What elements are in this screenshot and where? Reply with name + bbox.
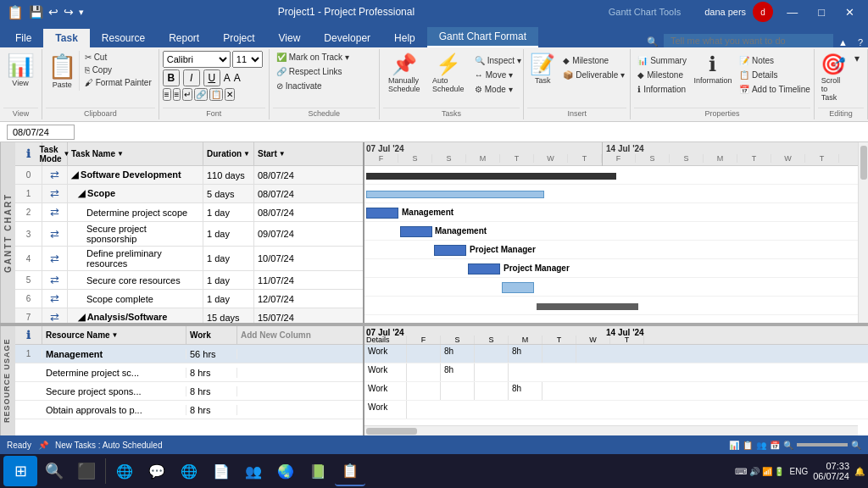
italic-btn[interactable]: I	[183, 69, 200, 86]
milestone-props-btn[interactable]: ◆ Milestone	[634, 69, 690, 81]
font-group-label: Font	[163, 108, 265, 118]
ribbon-help-btn[interactable]: ?	[853, 37, 868, 47]
deliverable-btn[interactable]: 📦 Deliverable ▾	[559, 69, 628, 81]
tab-developer[interactable]: Developer	[312, 29, 382, 47]
minimize-btn[interactable]: —	[780, 4, 804, 20]
mark-track-icon: ✅	[276, 53, 287, 62]
copy-link-btn[interactable]: 📋	[209, 88, 223, 101]
pdf-btn[interactable]: 📄	[206, 456, 236, 486]
table-row[interactable]: 4 ⇄ Define preliminary resources 1 day 1…	[15, 247, 363, 271]
list-item[interactable]: Secure project spons... 8 hrs	[15, 382, 363, 401]
info-label: Information	[693, 76, 732, 85]
gantt-vscroll-thumb[interactable]	[860, 146, 867, 180]
tab-file[interactable]: File	[3, 29, 43, 47]
tab-task[interactable]: Task	[43, 29, 89, 47]
team-view-icon[interactable]: 👥	[756, 441, 766, 450]
quick-redo[interactable]: ↪	[64, 5, 74, 19]
scroll-to-task-btn[interactable]: 🎯 Scrollto Task	[818, 51, 849, 103]
table-row[interactable]: 1 ⇄ ◢ Scope 5 days 08/07/24	[15, 185, 363, 203]
details-btn[interactable]: 📋 Details	[736, 69, 814, 81]
tab-resource[interactable]: Resource	[90, 29, 157, 47]
tab-help[interactable]: Help	[382, 29, 427, 47]
table-row[interactable]: 0 ⇄ ◢ Software Development 110 days 08/0…	[15, 166, 363, 185]
underline-btn[interactable]: U	[203, 69, 220, 86]
list-item[interactable]: 1 Management 56 hrs	[15, 345, 363, 363]
mark-on-track-btn[interactable]: ✅ Mark on Track ▾	[273, 51, 353, 64]
add-timeline-btn[interactable]: 📅 Add to Timeline	[736, 83, 814, 96]
highlight-btn[interactable]: A	[234, 72, 241, 84]
tab-gantt-format[interactable]: Gantt Chart Format	[427, 27, 538, 47]
notes-btn[interactable]: 📝 Notes	[736, 54, 814, 67]
ribbon-search-input[interactable]	[664, 34, 833, 47]
ribbon-collapse-btn[interactable]: ▲	[833, 37, 853, 47]
edge-btn[interactable]: 🌐	[109, 456, 140, 486]
font-size-select[interactable]: 11	[232, 51, 263, 68]
zoom-out-icon[interactable]: 🔍	[783, 441, 793, 450]
copy-btn[interactable]: ⎘ Copy	[81, 64, 155, 76]
inactivate-btn[interactable]: ⊘ Inactivate	[273, 80, 326, 92]
start-button[interactable]: ⊞	[3, 456, 37, 486]
milestone-insert-btn[interactable]: ◆ Milestone	[559, 54, 628, 67]
list-item[interactable]: Obtain approvals to p... 8 hrs	[15, 401, 363, 419]
auto-schedule-btn[interactable]: ⚡ AutoSchedule	[427, 51, 470, 95]
format-painter-btn[interactable]: 🖌 Format Painter	[81, 76, 155, 89]
task-btn[interactable]: 📝 Task	[527, 51, 558, 86]
move-btn[interactable]: ↔ Move ▾	[471, 69, 525, 81]
align-center-btn[interactable]: ≡	[173, 88, 181, 101]
teams-btn[interactable]: 👥	[238, 456, 269, 486]
tab-view[interactable]: View	[267, 29, 313, 47]
inspect-btn[interactable]: 🔍 Inspect ▾	[471, 54, 525, 67]
summary-btn[interactable]: 📊 Summary	[634, 54, 690, 67]
project-pro-btn[interactable]: 📋	[335, 456, 365, 486]
font-color-btn[interactable]: A	[224, 72, 231, 84]
whatsapp-btn[interactable]: 💬	[142, 456, 172, 486]
res-hscroll-thumb[interactable]	[366, 428, 417, 435]
link-btn[interactable]: 🔗	[194, 88, 208, 101]
gantt-vscroll[interactable]	[858, 142, 868, 323]
notification-icon[interactable]: 🔔	[854, 467, 865, 476]
wrap-btn[interactable]: ↵	[182, 88, 192, 101]
maximize-btn[interactable]: □	[811, 4, 832, 20]
info-btn-lg[interactable]: ℹ Information	[692, 51, 734, 86]
paste-btn[interactable]: 📋 Paste	[46, 51, 80, 91]
global-btn[interactable]: 🌏	[270, 456, 301, 486]
zoom-in-icon[interactable]: 🔍	[851, 441, 861, 450]
editing-more-btn[interactable]: ▾	[850, 51, 864, 66]
res-row-name: Obtain approvals to p...	[42, 405, 186, 415]
list-item[interactable]: Determine project sc... 8 hrs	[15, 363, 363, 382]
tab-project[interactable]: Project	[211, 29, 266, 47]
respect-links-btn[interactable]: 🔗 Respect Links	[273, 65, 346, 78]
table-row[interactable]: 6 ⇄ Scope complete 1 day 12/07/24	[15, 290, 363, 308]
zoom-slider[interactable]	[797, 443, 848, 446]
close-btn[interactable]: ✕	[838, 4, 861, 20]
mode-btn[interactable]: ⚙ Mode ▾	[471, 83, 525, 96]
information-btn[interactable]: ℹ Information	[634, 83, 690, 96]
task-view-icon[interactable]: 📋	[743, 441, 753, 450]
table-row[interactable]: 5 ⇄ Secure core resources 1 day 11/07/24	[15, 271, 363, 290]
res-hscroll[interactable]	[364, 425, 858, 435]
table-row[interactable]: 2 ⇄ Determine project scope 1 day 08/07/…	[15, 203, 363, 222]
bold-btn[interactable]: B	[163, 69, 180, 86]
user-avatar[interactable]: d	[753, 2, 773, 22]
quick-undo[interactable]: ↩	[48, 5, 58, 19]
align-left-btn[interactable]: ≡	[163, 88, 171, 101]
details-icon: 📋	[739, 70, 749, 80]
chrome-btn[interactable]: 🌐	[174, 456, 204, 486]
gantt-chart-btn[interactable]: 📊 View	[3, 51, 37, 89]
cut-btn[interactable]: ✂ Cut	[81, 51, 155, 64]
font-name-select[interactable]: Calibri	[163, 51, 231, 68]
tab-report[interactable]: Report	[157, 29, 211, 47]
gantt-view-icon[interactable]: 📊	[729, 441, 739, 450]
table-row[interactable]: 3 ⇄ Secure project sponsorship 1 day 09/…	[15, 222, 363, 247]
quick-menu[interactable]: ▾	[79, 7, 84, 18]
task-view-btn[interactable]: ⬛	[71, 456, 102, 486]
quick-save[interactable]: 💾	[29, 5, 43, 19]
project-btn[interactable]: 📗	[303, 456, 333, 486]
timeline-view-icon[interactable]: 📅	[770, 441, 780, 450]
row-task-name: Scope complete	[68, 290, 203, 308]
table-row[interactable]: 7 ⇄ ◢ Analysis/Software 15 days 15/07/24	[15, 308, 363, 323]
clear-btn[interactable]: ✕	[225, 88, 235, 101]
header-start: Start▼	[254, 142, 314, 165]
search-taskbar-btn[interactable]: 🔍	[39, 456, 70, 486]
manually-schedule-btn[interactable]: 📌 ManuallySchedule	[383, 51, 426, 95]
